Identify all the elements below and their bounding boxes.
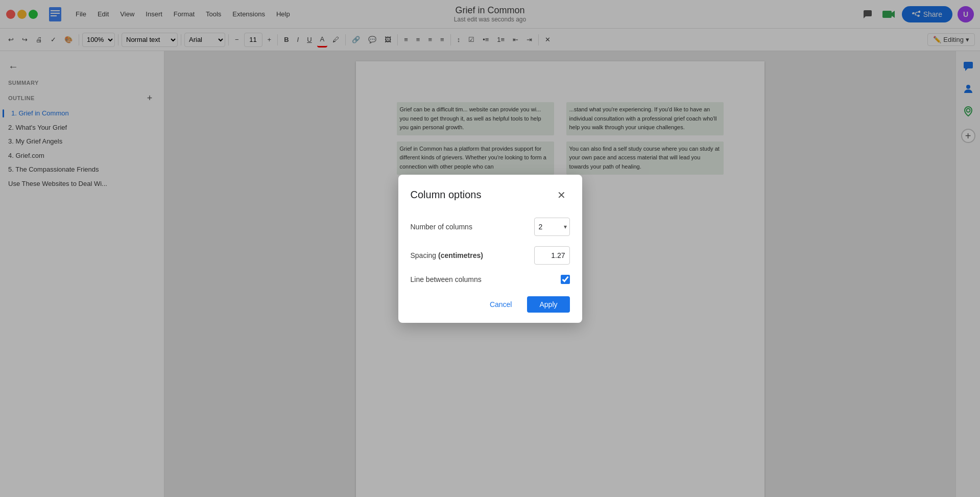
line-between-label: Line between columns: [411, 275, 482, 283]
modal-close-button[interactable]: ✕: [554, 187, 570, 203]
modal-title: Column options: [411, 189, 482, 201]
num-columns-row: Number of columns 1 2 3 ▾: [411, 218, 570, 236]
line-between-checkbox-wrapper: [561, 275, 570, 284]
spacing-input[interactable]: [534, 246, 570, 265]
modal-header: Column options ✕: [411, 187, 570, 203]
close-icon: ✕: [557, 189, 566, 201]
modal-footer: Cancel Apply: [411, 296, 570, 313]
num-columns-select-wrapper: 1 2 3 ▾: [534, 218, 570, 236]
num-columns-label: Number of columns: [411, 223, 472, 231]
spacing-row: Spacing (centimetres): [411, 246, 570, 265]
cancel-button[interactable]: Cancel: [480, 296, 522, 313]
modal-overlay[interactable]: Column options ✕ Number of columns 1 2 3…: [0, 0, 980, 497]
apply-button[interactable]: Apply: [527, 296, 569, 313]
line-between-row: Line between columns: [411, 275, 570, 284]
line-between-checkbox[interactable]: [561, 275, 570, 284]
spacing-label: Spacing (centimetres): [411, 251, 483, 259]
num-columns-select[interactable]: 1 2 3: [534, 218, 570, 236]
column-options-modal: Column options ✕ Number of columns 1 2 3…: [398, 175, 582, 323]
